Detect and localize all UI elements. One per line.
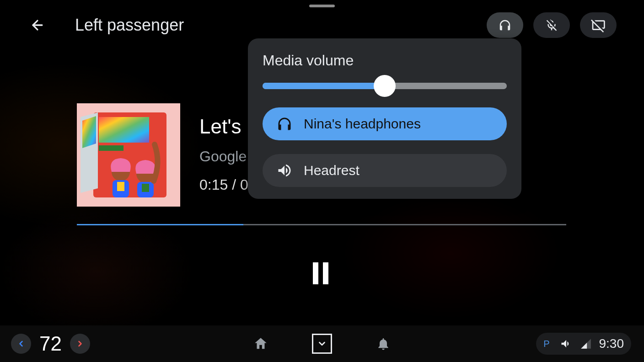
svg-rect-5 (99, 145, 123, 151)
cast-off-icon (591, 18, 606, 32)
svg-rect-9 (117, 182, 124, 191)
back-button[interactable] (27, 15, 48, 35)
header-actions (487, 12, 617, 38)
page-title: Left passenger (75, 16, 184, 35)
slider-thumb[interactable] (374, 75, 396, 97)
app-drawer-button[interactable] (312, 334, 332, 354)
popover-title: Media volume (263, 52, 507, 69)
screen: Left passenger (0, 0, 644, 362)
headphones-icon (498, 18, 512, 32)
notifications-button[interactable] (375, 335, 392, 352)
output-option-headphones[interactable]: Nina's headphones (263, 107, 507, 140)
svg-marker-6 (82, 116, 96, 148)
headphones-button[interactable] (487, 12, 523, 38)
gear-indicator: P (541, 339, 552, 349)
cast-off-button[interactable] (580, 12, 617, 38)
system-center (252, 334, 392, 354)
mic-off-icon (545, 18, 558, 32)
clock: 9:30 (599, 336, 624, 351)
track-time: 0:15 / 0 (199, 176, 248, 193)
home-button[interactable] (252, 335, 269, 352)
progress-fill (77, 224, 243, 225)
svg-rect-12 (142, 184, 149, 192)
temp-down-button[interactable] (11, 334, 31, 354)
volume-slider[interactable] (263, 81, 507, 91)
headphones-icon (276, 116, 293, 132)
output-option-label: Headrest (304, 163, 360, 178)
drag-handle[interactable] (309, 5, 335, 7)
svg-rect-4 (99, 117, 149, 143)
temp-up-button[interactable] (70, 334, 90, 354)
mic-off-button[interactable] (533, 12, 570, 38)
track-title: Let's (199, 115, 242, 138)
signal-icon (580, 338, 592, 350)
header: Left passenger (27, 12, 617, 38)
system-bar: 72 P 9:30 (0, 325, 644, 362)
output-option-label: Nina's headphones (304, 116, 421, 132)
temperature-value: 72 (39, 332, 62, 355)
album-art (77, 103, 180, 207)
speaker-icon (276, 162, 293, 179)
arrow-back-icon (30, 17, 45, 33)
chevron-right-icon (75, 339, 85, 348)
volume-popover: Media volume Nina's headphones Headrest (248, 38, 521, 199)
bell-icon (376, 336, 391, 351)
pause-icon (313, 262, 318, 284)
slider-fill (263, 83, 385, 89)
pause-button[interactable] (313, 262, 331, 284)
chevron-down-icon (317, 339, 327, 349)
output-option-headrest[interactable]: Headrest (263, 154, 507, 187)
chevron-left-icon (16, 339, 26, 348)
home-icon (253, 336, 268, 351)
volume-icon (560, 337, 573, 350)
pause-icon (323, 262, 328, 284)
status-tray[interactable]: P 9:30 (536, 333, 631, 355)
track-artist: Google (199, 148, 247, 165)
album-art-image (77, 103, 180, 207)
